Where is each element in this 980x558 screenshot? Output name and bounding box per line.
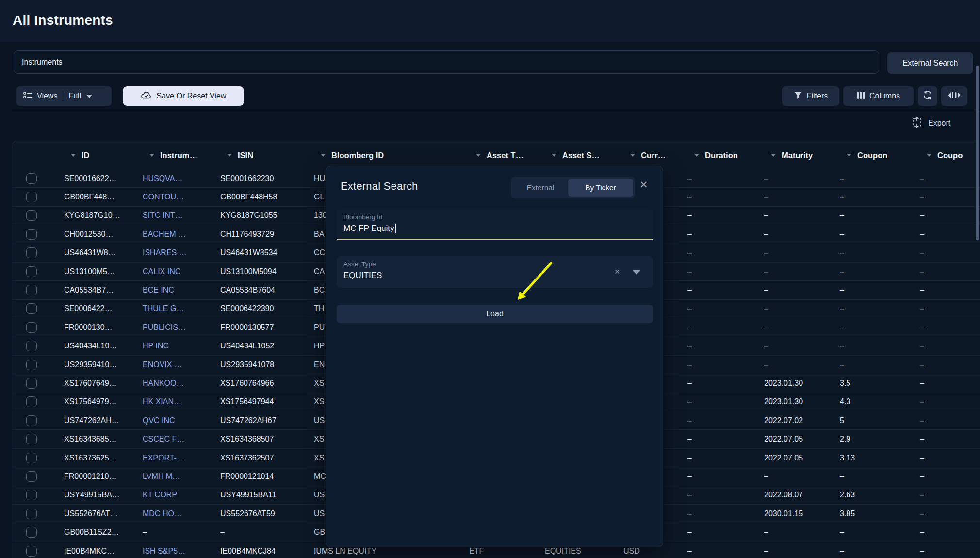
cell-instrument[interactable]: MDC HO…: [140, 509, 217, 518]
search-input[interactable]: [14, 50, 879, 74]
cell-instrument[interactable]: CSCEC F…: [140, 435, 217, 443]
cell-instrument[interactable]: ISH S&P5…: [140, 547, 217, 556]
cell-id: IE00B4MKC…: [61, 547, 140, 556]
cell-instrument[interactable]: CONTOU…: [140, 193, 217, 201]
bloomberg-id-field[interactable]: Bloomberg Id MC FP Equity: [337, 209, 653, 240]
tab-by-ticker[interactable]: By Ticker: [568, 179, 633, 197]
cell-coupon: –: [837, 472, 917, 481]
external-search-button[interactable]: External Search: [887, 52, 973, 74]
refresh-button[interactable]: [918, 86, 937, 106]
chevron-down-icon[interactable]: [633, 270, 640, 275]
row-select-cell: [12, 378, 61, 389]
row-select-cell: [12, 471, 61, 482]
cell-id: KYG8187G10…: [61, 211, 140, 220]
cell-instrument[interactable]: QVC INC: [140, 416, 217, 425]
row-checkbox[interactable]: [26, 192, 37, 202]
tab-external[interactable]: External: [513, 179, 568, 197]
row-checkbox[interactable]: [26, 303, 37, 314]
row-checkbox[interactable]: [26, 509, 37, 519]
cell-instrument[interactable]: HP INC: [140, 342, 217, 350]
row-checkbox[interactable]: [26, 322, 37, 333]
export-button[interactable]: Export: [911, 115, 950, 131]
asset-type-select[interactable]: Asset Type EQUITIES ✕: [337, 256, 653, 288]
header-cell-asset-subtype[interactable]: Asset S…: [542, 151, 621, 160]
clear-x-icon[interactable]: ✕: [614, 268, 620, 276]
bloomberg-id-value: MC FP Equity: [343, 224, 394, 233]
cell-maturity: –: [761, 342, 837, 350]
cell-instrument[interactable]: BCE INC: [140, 286, 217, 295]
header-cell-asset-type[interactable]: Asset T…: [466, 151, 542, 160]
cell-instrument[interactable]: HANKOO…: [140, 379, 217, 388]
close-icon[interactable]: ✕: [639, 180, 648, 190]
views-selector-button[interactable]: Views Full: [16, 86, 112, 106]
header-cell-bloomberg-id[interactable]: Bloomberg ID: [311, 151, 466, 160]
cell-instrument[interactable]: PUBLICIS…: [140, 323, 217, 332]
cell-instrument[interactable]: KT CORP: [140, 491, 217, 499]
row-checkbox[interactable]: [26, 546, 37, 557]
row-checkbox[interactable]: [26, 378, 37, 389]
cell-id: SE00016622…: [61, 174, 140, 183]
row-checkbox[interactable]: [26, 266, 37, 277]
cell-maturity: –: [761, 361, 837, 369]
row-checkbox[interactable]: [26, 490, 37, 500]
row-checkbox[interactable]: [26, 471, 37, 482]
cell-duration: –: [685, 547, 761, 556]
header-cell-currency[interactable]: Curr…: [621, 151, 685, 160]
cell-instrument[interactable]: SITC INT…: [140, 211, 217, 220]
cell-duration: –: [685, 267, 761, 276]
row-checkbox[interactable]: [26, 396, 37, 407]
header-cell-duration[interactable]: Duration: [685, 151, 761, 160]
cell-id: US552676AT…: [61, 509, 140, 518]
header-cell-id[interactable]: ID: [61, 151, 140, 160]
row-checkbox[interactable]: [26, 527, 37, 538]
row-select-cell: [12, 229, 61, 240]
load-button[interactable]: Load: [337, 305, 653, 323]
header-cell-maturity[interactable]: Maturity: [761, 151, 837, 160]
row-checkbox[interactable]: [26, 173, 37, 184]
header-cell-coupon[interactable]: Coupon: [837, 151, 917, 160]
cell-isin: SE0006422390: [217, 304, 311, 313]
cell-maturity: –: [761, 248, 837, 257]
cell-id: US40434L10…: [61, 342, 140, 350]
cell-bloomberg-id: IUMS LN EQUITY: [311, 547, 466, 556]
cell-coupon-2: –: [917, 435, 980, 443]
cell-id: FR0000130…: [61, 323, 140, 332]
row-checkbox[interactable]: [26, 434, 37, 444]
row-select-cell: [12, 396, 61, 407]
cell-instrument[interactable]: HUSQVA…: [140, 174, 217, 183]
row-checkbox[interactable]: [26, 229, 37, 240]
header-cell-instrument[interactable]: Instrum…: [140, 151, 217, 160]
row-checkbox[interactable]: [26, 415, 37, 426]
cell-coupon: –: [837, 211, 917, 220]
vertical-scrollbar[interactable]: [976, 66, 979, 240]
row-select-cell: [12, 360, 61, 370]
row-checkbox[interactable]: [26, 341, 37, 351]
cell-coupon-2: –: [917, 547, 980, 556]
row-checkbox[interactable]: [26, 453, 37, 463]
cell-duration: –: [685, 472, 761, 481]
save-or-reset-view-button[interactable]: Save Or Reset View: [123, 86, 244, 106]
header-cell-coupon-2[interactable]: Coupo: [917, 151, 980, 160]
cell-coupon-2: –: [917, 397, 980, 406]
cell-instrument[interactable]: THULE G…: [140, 304, 217, 313]
cell-duration: –: [685, 304, 761, 313]
cell-instrument[interactable]: ISHARES …: [140, 248, 217, 257]
refresh-icon: [922, 90, 933, 102]
row-checkbox[interactable]: [26, 210, 37, 221]
row-checkbox[interactable]: [26, 285, 37, 295]
views-current-value: Full: [68, 92, 81, 100]
columns-button[interactable]: Columns: [843, 86, 914, 106]
row-checkbox[interactable]: [26, 247, 37, 258]
header-cell-isin[interactable]: ISIN: [217, 151, 311, 160]
cell-instrument[interactable]: ENOVIX …: [140, 361, 217, 369]
cell-instrument[interactable]: EXPORT-…: [140, 454, 217, 462]
cell-instrument[interactable]: HK XIAN…: [140, 397, 217, 406]
collapse-panels-button[interactable]: [941, 86, 967, 106]
cell-instrument[interactable]: CALIX INC: [140, 267, 217, 276]
cell-instrument[interactable]: BACHEM …: [140, 230, 217, 239]
cell-instrument[interactable]: LVMH M…: [140, 472, 217, 481]
row-checkbox[interactable]: [26, 360, 37, 370]
cell-maturity: –: [761, 304, 837, 313]
filters-button[interactable]: Filters: [782, 86, 839, 106]
cell-coupon-2: –: [917, 454, 980, 462]
